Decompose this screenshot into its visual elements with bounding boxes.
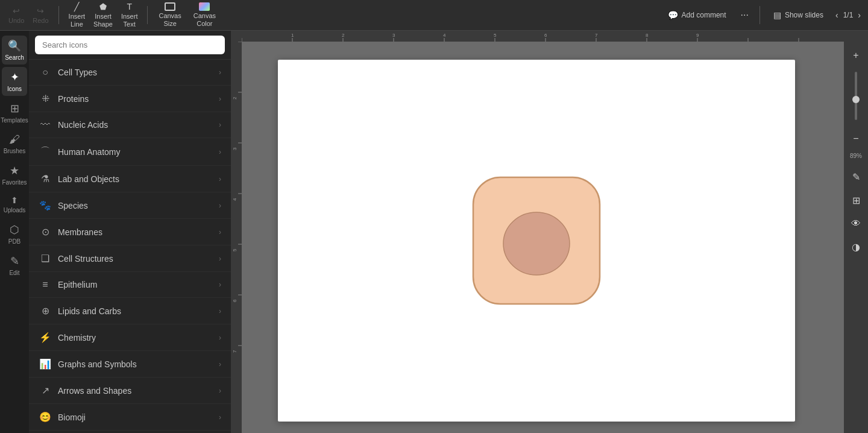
category-label-human-anatomy: Human Anatomy <box>58 147 213 157</box>
svg-text:4: 4 <box>443 33 446 38</box>
category-label-membranes: Membranes <box>58 227 213 237</box>
icon-panel: ○ Cell Types › ⁜ Proteins › 〰 Nucleic Ac… <box>29 31 231 433</box>
category-label-lipids-and-carbs: Lipids and Carbs <box>58 306 213 316</box>
sidebar-item-favorites[interactable]: ★ Favorites <box>2 160 27 189</box>
svg-text:4: 4 <box>232 198 237 201</box>
grid-tool-button[interactable]: ⊞ <box>844 190 868 211</box>
category-item-membranes[interactable]: ⊙ Membranes › <box>29 219 231 245</box>
sidebar-item-pdb[interactable]: ⬡ PDB <box>2 220 27 248</box>
prev-slide-button[interactable]: ‹ <box>833 8 841 22</box>
canvas-color-button[interactable]: Canvas Color <box>189 0 221 30</box>
category-chevron-species: › <box>219 201 221 210</box>
zoom-out-button[interactable]: − <box>844 130 868 148</box>
category-item-proteins[interactable]: ⁜ Proteins › <box>29 86 231 112</box>
category-icon-lab-and-objects: ⚗ <box>39 173 52 185</box>
comment-icon: 💬 <box>668 10 678 20</box>
category-item-arrows-and-shapes[interactable]: ↗ Arrows and Shapes › <box>29 378 231 404</box>
category-label-species: Species <box>58 201 213 210</box>
redo-button[interactable]: ↪ Redo <box>29 4 52 27</box>
category-label-lab-and-objects: Lab and Objects <box>58 174 213 184</box>
sidebar-item-brushes[interactable]: 🖌 Brushes <box>2 130 27 158</box>
show-slides-button[interactable]: ▤ Show slides <box>766 7 831 24</box>
slide-counter: 1/1 <box>843 11 854 19</box>
category-chevron-cell-structures: › <box>219 254 221 263</box>
insert-line-button[interactable]: ╱ Insert Line <box>65 0 89 31</box>
canvas-size-button[interactable]: Canvas Size <box>154 0 186 30</box>
zoom-slider[interactable] <box>855 72 857 120</box>
edit-tool-button[interactable]: ✎ <box>844 166 868 188</box>
undo-label: Undo <box>8 17 24 24</box>
category-item-lab-and-objects[interactable]: ⚗ Lab and Objects › <box>29 166 231 192</box>
category-icon-human-anatomy: ⌒ <box>39 145 52 158</box>
category-label-biomoji: Biomoji <box>58 412 213 422</box>
add-comment-button[interactable]: 💬 Add comment <box>661 7 734 24</box>
category-item-graphs-and-symbols[interactable]: 📊 Graphs and Symbols › <box>29 351 231 378</box>
category-item-chemistry[interactable]: ⚡ Chemistry › <box>29 324 231 351</box>
icons-nav-label: Icons <box>7 86 22 92</box>
slide-canvas[interactable] <box>278 60 795 422</box>
more-label: ··· <box>741 10 749 20</box>
category-icon-graphs-and-symbols: 📊 <box>39 358 52 370</box>
canvas-viewport[interactable] <box>242 42 844 433</box>
brushes-nav-icon: 🖌 <box>9 133 20 146</box>
category-chevron-lab-and-objects: › <box>219 175 221 183</box>
category-item-species[interactable]: 🐾 Species › <box>29 192 231 219</box>
view-tool-button[interactable]: 👁 <box>844 213 868 234</box>
category-chevron-biomoji: › <box>219 413 221 422</box>
sidebar-item-uploads[interactable]: ⬆ Uploads <box>2 192 27 217</box>
undo-button[interactable]: ↩ Undo <box>5 4 28 27</box>
canvas-color-label: Canvas Color <box>193 12 216 28</box>
sidebar-item-search[interactable]: 🔍 Search <box>2 36 27 65</box>
category-label-graphs-and-symbols: Graphs and Symbols <box>58 359 213 369</box>
insert-shape-button[interactable]: ⬟ Insert Shape <box>90 0 116 31</box>
templates-nav-label: Templates <box>1 117 28 124</box>
category-chevron-graphs-and-symbols: › <box>219 360 221 368</box>
category-item-lipids-and-carbs[interactable]: ⊕ Lipids and Carbs › <box>29 298 231 324</box>
category-icon-proteins: ⁜ <box>39 93 52 104</box>
slides-icon: ▤ <box>773 10 781 20</box>
canvas-size-label: Canvas Size <box>159 12 181 28</box>
svg-point-37 <box>503 212 570 275</box>
redo-label: Redo <box>33 17 48 24</box>
search-input[interactable] <box>35 36 225 54</box>
category-icon-membranes: ⊙ <box>39 226 52 238</box>
category-chevron-cell-types: › <box>219 68 221 77</box>
zoom-in-button[interactable]: + <box>844 46 868 65</box>
category-chevron-epithelium: › <box>219 280 221 289</box>
sidebar-item-templates[interactable]: ⊞ Templates <box>2 98 27 127</box>
contrast-tool-button[interactable]: ◑ <box>844 236 868 258</box>
svg-text:3: 3 <box>232 147 237 150</box>
category-label-chemistry: Chemistry <box>58 333 213 343</box>
category-label-epithelium: Epithelium <box>58 280 213 289</box>
category-item-human-anatomy[interactable]: ⌒ Human Anatomy › <box>29 138 231 166</box>
insert-group: ╱ Insert Line ⬟ Insert Shape T Insert Te… <box>65 0 142 31</box>
edit-nav-label: Edit <box>9 270 19 276</box>
svg-text:9: 9 <box>696 33 699 38</box>
category-chevron-membranes: › <box>219 228 221 236</box>
cell-illustration <box>467 171 606 310</box>
sidebar-item-icons[interactable]: ✦ Icons <box>2 67 27 96</box>
category-item-cell-types[interactable]: ○ Cell Types › <box>29 60 231 86</box>
next-slide-button[interactable]: › <box>855 8 863 22</box>
insert-text-label: Insert Text <box>121 13 138 28</box>
category-item-epithelium[interactable]: ≡ Epithelium › <box>29 272 231 298</box>
more-options-button[interactable]: ··· <box>736 6 753 24</box>
zoom-slider-container <box>855 67 857 127</box>
insert-text-button[interactable]: T Insert Text <box>118 0 142 31</box>
category-item-biomoji[interactable]: 😊 Biomoji › <box>29 404 231 431</box>
undo-icon: ↩ <box>13 6 20 16</box>
ruler-row: 1 2 3 4 5 6 7 8 9 <box>231 31 868 42</box>
separator-2 <box>147 6 148 24</box>
insert-shape-icon: ⬟ <box>99 2 107 11</box>
ruler-corner <box>231 31 242 42</box>
canvas-size-icon <box>165 2 175 11</box>
svg-text:1: 1 <box>291 33 294 38</box>
category-item-nucleic-acids[interactable]: 〰 Nucleic Acids › <box>29 112 231 138</box>
insert-text-icon: T <box>127 2 132 11</box>
zoom-percent-label: 89% <box>850 153 862 159</box>
category-label-proteins: Proteins <box>58 94 213 104</box>
sidebar-item-edit[interactable]: ✎ Edit <box>2 251 27 280</box>
category-icon-cell-types: ○ <box>39 67 52 78</box>
category-item-cell-structures[interactable]: ❑ Cell Structures › <box>29 245 231 272</box>
left-nav: 🔍 Search ✦ Icons ⊞ Templates 🖌 Brushes ★… <box>0 31 29 433</box>
